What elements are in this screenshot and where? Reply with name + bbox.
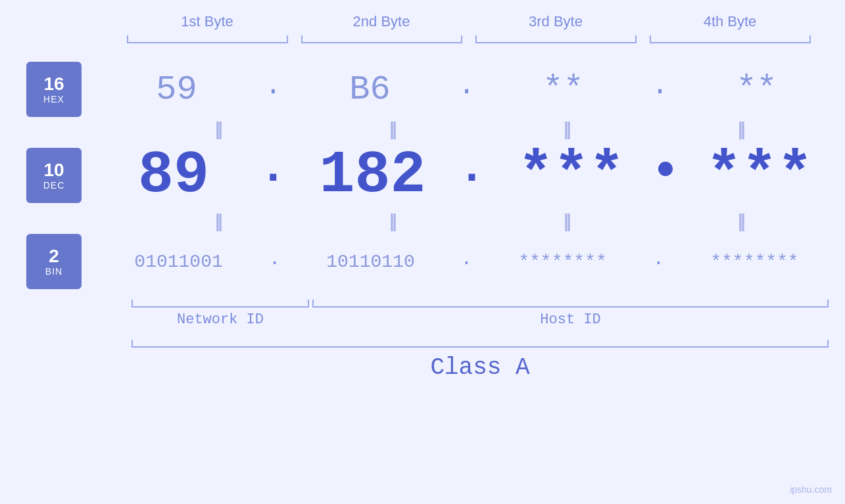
bottom-bracket-area: Network ID Host ID Class A bbox=[132, 294, 829, 381]
dec-values: 89 . 182 . *** *** bbox=[88, 142, 845, 209]
dec-sep2: . bbox=[458, 146, 486, 205]
dec-sep1: . bbox=[259, 146, 287, 205]
bracket-byte4 bbox=[650, 35, 811, 55]
bracket-byte3 bbox=[475, 35, 637, 55]
dec-badge-number: 10 bbox=[43, 160, 64, 181]
eq3: ‖ bbox=[480, 120, 654, 140]
class-label: Class A bbox=[132, 354, 829, 381]
class-bracket-area: Class A bbox=[132, 338, 829, 381]
id-brackets: Network ID Host ID bbox=[132, 294, 829, 328]
byte4-header: 4th Byte bbox=[643, 13, 817, 30]
byte1-header: 1st Byte bbox=[120, 13, 295, 30]
hex-sep2: . bbox=[458, 72, 475, 106]
hex-byte1: 59 bbox=[88, 70, 265, 109]
byte-headers: 1st Byte 2nd Byte 3rd Byte 4th Byte bbox=[120, 13, 817, 30]
dec-byte1: 89 bbox=[88, 142, 259, 209]
hex-badge: 16 HEX bbox=[26, 62, 82, 117]
hex-sep1: . bbox=[265, 72, 281, 106]
eq6: ‖ bbox=[306, 212, 480, 232]
bin-sep1: . bbox=[269, 250, 280, 273]
eq7: ‖ bbox=[480, 212, 654, 232]
host-bracket-line bbox=[312, 294, 829, 308]
bin-badge-number: 2 bbox=[49, 246, 59, 267]
bin-sep3: . bbox=[653, 250, 664, 273]
equals-row-1: ‖ ‖ ‖ ‖ bbox=[132, 117, 829, 142]
hex-byte3: ** bbox=[475, 70, 652, 109]
class-bracket bbox=[132, 338, 829, 348]
eq8: ‖ bbox=[654, 212, 829, 232]
hex-badge-number: 16 bbox=[43, 74, 64, 95]
bracket-byte2 bbox=[301, 35, 462, 55]
eq4: ‖ bbox=[654, 120, 829, 140]
bin-row: 2 BIN 01011001 . 10110110 . ******** . *… bbox=[0, 234, 845, 289]
byte3-header: 3rd Byte bbox=[469, 13, 643, 30]
hex-badge-label: HEX bbox=[43, 94, 64, 104]
dec-badge-label: DEC bbox=[43, 180, 65, 191]
network-id-label: Network ID bbox=[132, 311, 309, 328]
dot-sep3 bbox=[658, 162, 673, 176]
equals-row-2: ‖ ‖ ‖ ‖ bbox=[132, 209, 829, 234]
bin-values: 01011001 . 10110110 . ******** . *******… bbox=[88, 250, 845, 273]
hex-byte4: ** bbox=[668, 70, 845, 109]
bracket-lines bbox=[132, 294, 829, 308]
network-bracket-line bbox=[132, 294, 309, 308]
dec-byte2: 182 bbox=[287, 142, 458, 209]
bracket-byte1 bbox=[127, 35, 288, 55]
bin-sep2: . bbox=[461, 250, 472, 273]
bin-byte3: ******** bbox=[472, 252, 653, 272]
id-labels: Network ID Host ID bbox=[132, 311, 829, 328]
byte2-header: 2nd Byte bbox=[295, 13, 469, 30]
eq5: ‖ bbox=[132, 212, 306, 232]
dec-row: 10 DEC 89 . 182 . *** *** bbox=[0, 142, 845, 209]
dec-badge: 10 DEC bbox=[26, 148, 82, 203]
hex-values: 59 . B6 . ** . ** bbox=[88, 70, 845, 109]
dec-byte4: *** bbox=[674, 142, 845, 209]
hex-row: 16 HEX 59 . B6 . ** . ** bbox=[0, 62, 845, 117]
page-container: 1st Byte 2nd Byte 3rd Byte 4th Byte 16 H… bbox=[0, 0, 845, 504]
bin-byte4: ******** bbox=[664, 252, 845, 272]
bin-badge: 2 BIN bbox=[26, 234, 82, 289]
dec-sep3 bbox=[657, 162, 674, 189]
host-id-label: Host ID bbox=[312, 311, 829, 328]
eq1: ‖ bbox=[132, 120, 306, 140]
bin-byte2: 10110110 bbox=[280, 252, 461, 272]
hex-byte2: B6 bbox=[281, 70, 458, 109]
bin-byte1: 01011001 bbox=[88, 252, 269, 272]
bin-badge-label: BIN bbox=[45, 266, 62, 277]
top-brackets bbox=[120, 35, 817, 55]
dec-byte3: *** bbox=[486, 142, 657, 209]
eq2: ‖ bbox=[306, 120, 480, 140]
watermark: ipshu.com bbox=[790, 484, 832, 495]
hex-sep3: . bbox=[652, 72, 668, 106]
